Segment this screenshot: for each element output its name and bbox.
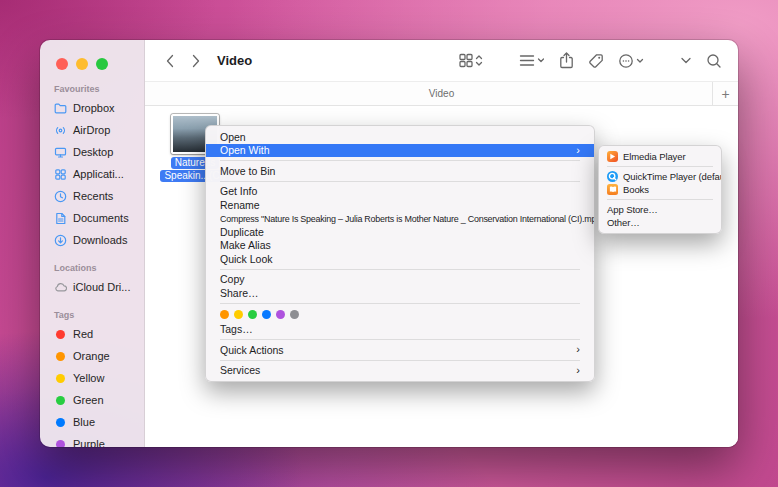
sidebar-item-label: Documents — [73, 212, 129, 224]
submenu-item-app-store[interactable]: App Store… — [599, 203, 721, 216]
more-actions-button[interactable] — [618, 53, 644, 69]
forward-button[interactable] — [187, 51, 205, 71]
zoom-button[interactable] — [96, 58, 108, 70]
menu-tag-color-row — [206, 307, 594, 323]
books-icon — [607, 184, 618, 195]
grid-view-icon — [459, 53, 483, 68]
sidebar-item-tag-orange[interactable]: Orange — [50, 345, 138, 367]
sidebar-item-desktop[interactable]: Desktop — [50, 141, 138, 163]
blue-tag-icon — [56, 418, 65, 427]
new-tab-button[interactable]: + — [712, 82, 738, 105]
menu-item-quick-look[interactable]: Quick Look — [206, 252, 594, 266]
sidebar-item-icloud-drive[interactable]: iCloud Dri... — [50, 276, 138, 298]
applications-icon — [54, 168, 67, 181]
sidebar-item-documents[interactable]: Documents — [50, 207, 138, 229]
search-icon — [706, 53, 722, 69]
submenu-item-quicktime-player[interactable]: QuickTime Player (default) — [599, 170, 721, 183]
sidebar-item-tag-green[interactable]: Green — [50, 389, 138, 411]
menu-item-quick-actions[interactable]: Quick Actions › — [206, 343, 594, 357]
menu-separator — [607, 166, 713, 167]
menu-item-get-info[interactable]: Get Info — [206, 185, 594, 199]
open-with-submenu: Elmedia Player QuickTime Player (default… — [598, 145, 722, 234]
submenu-item-elmedia-player[interactable]: Elmedia Player — [599, 150, 721, 163]
back-button[interactable] — [161, 51, 179, 71]
download-icon — [54, 234, 67, 247]
red-tag-icon — [56, 330, 65, 339]
chevron-right-icon — [191, 53, 201, 69]
toolbar-dropdown-button[interactable] — [680, 57, 692, 65]
clock-icon — [54, 190, 67, 203]
menu-separator — [220, 160, 580, 161]
window-title: Video — [217, 53, 252, 68]
sidebar-item-label: Blue — [73, 416, 95, 428]
menu-item-services[interactable]: Services › — [206, 364, 594, 378]
context-menu: Open Open With › Move to Bin Get Info Re… — [205, 125, 595, 382]
document-icon — [54, 212, 67, 225]
sidebar-section-favourites: Favourites — [54, 84, 138, 94]
sidebar-item-airdrop[interactable]: AirDrop — [50, 119, 138, 141]
orange-tag-dot[interactable] — [220, 310, 229, 319]
menu-item-move-to-bin[interactable]: Move to Bin — [206, 164, 594, 178]
tab-label: Video — [429, 88, 454, 99]
chevron-down-icon — [680, 57, 692, 65]
group-by-button[interactable] — [519, 53, 545, 68]
menu-separator — [220, 303, 580, 304]
menu-item-open[interactable]: Open — [206, 130, 594, 144]
sidebar-item-tag-purple[interactable]: Purple — [50, 433, 138, 447]
sidebar-section-tags: Tags — [54, 310, 138, 320]
window-controls — [40, 54, 144, 70]
sidebar-item-downloads[interactable]: Downloads — [50, 229, 138, 251]
elmedia-player-icon — [607, 151, 618, 162]
sidebar-sections: Favourites Dropbox AirDrop Desktop Appli… — [40, 70, 144, 447]
sidebar-item-recents[interactable]: Recents — [50, 185, 138, 207]
submenu-chevron-icon: › — [576, 365, 580, 376]
purple-tag-dot[interactable] — [276, 310, 285, 319]
toolbar-buttons — [459, 52, 722, 69]
sidebar-item-label: Red — [73, 328, 93, 340]
folder-icon — [54, 102, 67, 115]
menu-separator — [220, 339, 580, 340]
orange-tag-icon — [56, 352, 65, 361]
menu-separator — [220, 269, 580, 270]
sidebar-section-locations: Locations — [54, 263, 138, 273]
minimize-button[interactable] — [76, 58, 88, 70]
green-tag-dot[interactable] — [248, 310, 257, 319]
sidebar-item-label: Downloads — [73, 234, 127, 246]
menu-item-duplicate[interactable]: Duplicate — [206, 225, 594, 239]
submenu-item-books[interactable]: Books — [599, 183, 721, 196]
menu-separator — [220, 360, 580, 361]
submenu-chevron-icon: › — [576, 145, 580, 156]
tags-button[interactable] — [588, 53, 604, 69]
menu-separator — [607, 199, 713, 200]
menu-item-tags[interactable]: Tags… — [206, 323, 594, 337]
blue-tag-dot[interactable] — [262, 310, 271, 319]
menu-item-open-with[interactable]: Open With › — [206, 144, 594, 158]
sidebar-item-label: Green — [73, 394, 104, 406]
ellipsis-circle-icon — [618, 53, 644, 69]
sidebar: Favourites Dropbox AirDrop Desktop Appli… — [40, 40, 145, 447]
view-switcher-button[interactable] — [459, 53, 483, 68]
yellow-tag-dot[interactable] — [234, 310, 243, 319]
menu-separator — [220, 181, 580, 182]
menu-item-compress[interactable]: Compress "Nature Is Speaking – Julia Rob… — [206, 212, 594, 226]
sidebar-item-tag-red[interactable]: Red — [50, 323, 138, 345]
sidebar-item-label: Desktop — [73, 146, 113, 158]
submenu-item-other[interactable]: Other… — [599, 216, 721, 229]
grey-tag-dot[interactable] — [290, 310, 299, 319]
sidebar-item-tag-yellow[interactable]: Yellow — [50, 367, 138, 389]
sidebar-item-dropbox[interactable]: Dropbox — [50, 97, 138, 119]
menu-item-share[interactable]: Share… — [206, 286, 594, 300]
search-button[interactable] — [706, 53, 722, 69]
toolbar: Video — [145, 40, 738, 82]
sidebar-item-tag-blue[interactable]: Blue — [50, 411, 138, 433]
share-button[interactable] — [559, 52, 574, 69]
menu-item-rename[interactable]: Rename — [206, 198, 594, 212]
sidebar-item-applications[interactable]: Applicati... — [50, 163, 138, 185]
quicktime-player-icon — [607, 171, 618, 182]
menu-item-copy[interactable]: Copy — [206, 273, 594, 287]
cloud-icon — [54, 281, 67, 294]
close-button[interactable] — [56, 58, 68, 70]
sidebar-item-label: Recents — [73, 190, 113, 202]
purple-tag-icon — [56, 440, 65, 448]
menu-item-make-alias[interactable]: Make Alias — [206, 239, 594, 253]
